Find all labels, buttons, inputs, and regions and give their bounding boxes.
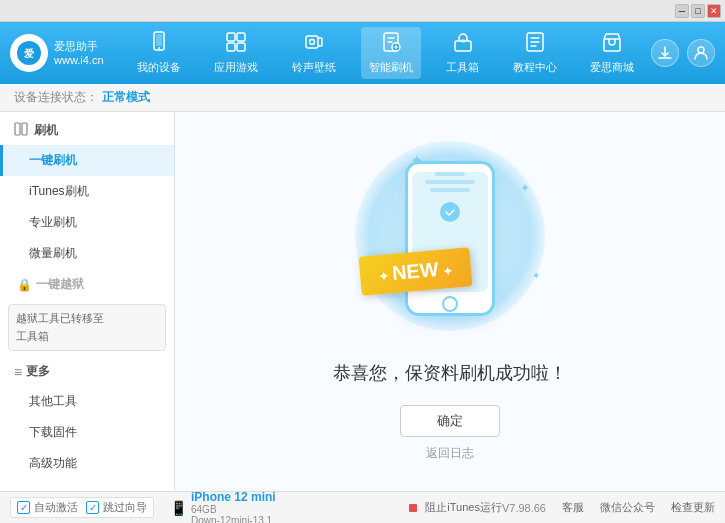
auto-connect-label: 自动激活 [34,500,78,515]
apps-games-icon [225,31,247,58]
auto-connect-checkbox[interactable]: ✓ [17,501,30,514]
nav-ringtones[interactable]: 铃声壁纸 [284,27,344,79]
jailbreak-label: 一键越狱 [36,276,84,293]
nav-apps-games-label: 应用游戏 [214,60,258,75]
smart-flash-icon [380,31,402,58]
toolbox-icon [452,31,474,58]
device-storage: 64GB [191,504,276,515]
sidebar-item-advanced[interactable]: 高级功能 [0,448,174,479]
sparkle-2: ✦ [520,181,530,195]
user-button[interactable] [687,39,715,67]
minimize-button[interactable]: ─ [675,4,689,18]
skip-wizard-checkbox-area[interactable]: ✓ 跳过向导 [86,500,147,515]
svg-rect-7 [227,43,235,51]
nav-tutorials-label: 教程中心 [513,60,557,75]
bottom-left: ✓ 自动激活 ✓ 跳过向导 📱 iPhone 12 mini 64GB Down… [10,490,401,524]
auto-connect-checkbox-area[interactable]: ✓ 自动激活 [17,500,78,515]
sidebar-section-flash: 刷机 [0,116,174,145]
wechat-official-link[interactable]: 微信公众号 [600,500,655,515]
title-bar: ─ □ ✕ [0,0,725,22]
sidebar-section-more: ≡ 更多 [0,357,174,386]
sparkle-3: ✦ [532,270,540,281]
sidebar-item-pro[interactable]: 专业刷机 [0,207,174,238]
logo-line2: www.i4.cn [54,53,104,67]
phone-home-button [442,296,458,312]
sparkle-1: ✦ [410,151,423,170]
svg-rect-18 [15,123,20,135]
skip-wizard-label: 跳过向导 [103,500,147,515]
confirm-button[interactable]: 确定 [400,405,500,437]
logo-text: 爱思助手 www.i4.cn [54,39,104,68]
skip-wizard-checkbox[interactable]: ✓ [86,501,99,514]
nav-store[interactable]: 爱思商城 [582,27,642,79]
one-click-label: 一键刷机 [29,153,77,167]
close-button[interactable]: ✕ [707,4,721,18]
check-update-link[interactable]: 检查更新 [671,500,715,515]
download-button[interactable] [651,39,679,67]
itunes-label: 阻止iTunes运行 [425,500,502,515]
nav-smart-flash[interactable]: 智能刷机 [361,27,421,79]
my-device-icon [148,31,170,58]
logo-inner: 爱 [17,41,41,65]
sidebar-item-other-tools[interactable]: 其他工具 [0,386,174,417]
customer-service-link[interactable]: 客服 [562,500,584,515]
nav-tutorials[interactable]: 教程中心 [505,27,565,79]
nav-my-device[interactable]: 我的设备 [129,27,189,79]
download-fw-label: 下载固件 [29,425,77,439]
flash-section-icon [14,122,28,139]
success-text: 恭喜您，保资料刷机成功啦！ [333,361,567,385]
svg-rect-6 [237,33,245,41]
svg-point-4 [158,47,160,49]
svg-point-17 [698,47,704,53]
status-value: 正常模式 [102,89,150,106]
status-label: 设备连接状态： [14,89,98,106]
sidebar-notice: 越狱工具已转移至 工具箱 [8,304,166,351]
ringtones-icon [303,31,325,58]
sidebar-item-itunes[interactable]: iTunes刷机 [0,176,174,207]
svg-rect-9 [306,36,318,48]
svg-rect-5 [227,33,235,41]
device-icon: 📱 [170,500,187,516]
svg-rect-8 [237,43,245,51]
device-name: iPhone 12 mini [191,490,276,504]
itunes-label: iTunes刷机 [29,184,89,198]
bottom-bar: ✓ 自动激活 ✓ 跳过向导 📱 iPhone 12 mini 64GB Down… [0,491,725,523]
more-section-icon: ≡ [14,364,22,380]
svg-text:爱: 爱 [24,48,34,59]
logo-line1: 爱思助手 [54,39,104,53]
header: 爱 爱思助手 www.i4.cn 我的设备 应用游戏 铃声壁纸 [0,22,725,84]
notice-line2: 工具箱 [16,328,158,346]
nav-smart-flash-label: 智能刷机 [369,60,413,75]
more-section-label: 更多 [26,363,50,380]
tutorials-icon [524,31,546,58]
nav-apps-games[interactable]: 应用游戏 [206,27,266,79]
nav-toolbox[interactable]: 工具箱 [438,27,487,79]
return-log-link[interactable]: 返回日志 [426,445,474,462]
sidebar-item-one-click[interactable]: 一键刷机 [0,145,174,176]
device-model: Down-12mini-13,1 [191,515,276,524]
svg-point-10 [309,40,314,45]
sidebar-item-jailbreak: 🔒 一键越狱 [0,269,174,300]
phone-shape [405,161,495,316]
content-area: ✦ ✦ ✦ NEW 恭喜您，保资料刷机成功啦！ 确定 返回日志 [175,112,725,491]
device-info: iPhone 12 mini 64GB Down-12mini-13,1 [191,490,276,524]
status-bar: 设备连接状态： 正常模式 [0,84,725,112]
other-tools-label: 其他工具 [29,394,77,408]
bottom-right: V7.98.66 客服 微信公众号 检查更新 [502,500,715,515]
version-text: V7.98.66 [502,502,546,514]
sidebar-item-micro[interactable]: 微量刷机 [0,238,174,269]
svg-rect-14 [461,39,465,43]
pro-label: 专业刷机 [29,215,77,229]
sidebar-item-download-fw[interactable]: 下载固件 [0,417,174,448]
nav-store-label: 爱思商城 [590,60,634,75]
itunes-stop-icon [409,504,417,512]
nav-toolbox-label: 工具箱 [446,60,479,75]
micro-label: 微量刷机 [29,246,77,260]
header-right [651,39,715,67]
main-layout: 刷机 一键刷机 iTunes刷机 专业刷机 微量刷机 🔒 一键越狱 越狱工具已转… [0,112,725,491]
maximize-button[interactable]: □ [691,4,705,18]
success-illustration: ✦ ✦ ✦ NEW [350,141,550,341]
lock-icon: 🔒 [17,278,32,292]
flash-section-label: 刷机 [34,122,58,139]
nav-items: 我的设备 应用游戏 铃声壁纸 智能刷机 工具箱 [120,27,651,79]
